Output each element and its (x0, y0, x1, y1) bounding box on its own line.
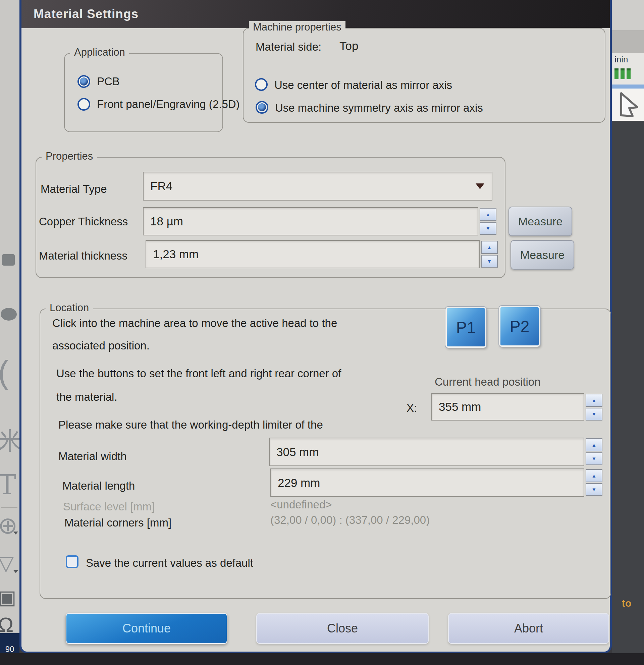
background-panel (612, 0, 644, 30)
application-legend: Application (70, 46, 129, 58)
p2-button-label: P2 (510, 317, 530, 336)
p1-button-label: P1 (456, 318, 476, 337)
green-bars-icon (614, 69, 632, 80)
camera-tool-icon[interactable]: ▣ (0, 588, 16, 607)
surface-level-value: <undefined> (270, 498, 332, 511)
machine-properties-group: Machine properties Material side: Top Us… (243, 28, 605, 123)
radio-front-panel-label[interactable]: Front panel/Engraving (2.5D) (97, 98, 240, 111)
p2-button[interactable]: P2 (499, 306, 540, 347)
location-instruction-2a: Use the buttons to set the front left an… (56, 367, 341, 380)
radio-front-panel[interactable] (77, 98, 90, 111)
machine-properties-legend: Machine properties (249, 21, 345, 33)
cursor-arrow-icon (617, 91, 641, 119)
background-text-fragment: inin (614, 54, 628, 65)
p1-button[interactable]: P1 (446, 307, 486, 348)
radio-pcb[interactable] (77, 75, 90, 88)
chevron-down-icon[interactable] (14, 532, 18, 535)
measure-button-label: Measure (520, 248, 565, 262)
spin-up-button[interactable] (481, 241, 498, 254)
copper-thickness-spinner (480, 208, 496, 235)
copper-thickness-input[interactable]: 18 µm (143, 207, 478, 235)
continue-button[interactable]: Continue (66, 613, 227, 644)
bottom-band (0, 653, 644, 665)
text-tool-icon[interactable]: T (0, 471, 16, 499)
spin-up-button[interactable] (480, 208, 496, 221)
blue-divider (612, 84, 644, 89)
material-width-spinner (586, 438, 602, 465)
material-thickness-input[interactable]: 1,23 mm (146, 240, 480, 268)
material-type-label: Material Type (41, 183, 107, 195)
x-position-value: 355 mm (439, 400, 481, 414)
material-type-value: FR4 (150, 179, 172, 193)
location-instruction-1b: associated position. (52, 339, 150, 352)
location-instruction-2b: the material. (56, 391, 117, 403)
copper-thickness-value: 18 µm (150, 215, 183, 228)
measure-button-label: Measure (518, 215, 563, 228)
spin-up-button[interactable] (586, 469, 602, 482)
save-default-label[interactable]: Save the current values as default (86, 557, 253, 569)
background-panel (612, 89, 644, 121)
application-group: Application PCB Front panel/Engraving (2… (64, 53, 223, 132)
spin-down-button[interactable] (480, 222, 496, 235)
material-length-value: 229 mm (278, 476, 320, 490)
close-button[interactable]: Close (256, 613, 429, 644)
background-window: inin to (612, 0, 644, 665)
material-corners-value: (32,00 / 0,00) : (337,00 / 229,00) (270, 514, 430, 527)
material-thickness-spinner (481, 241, 498, 268)
continue-button-label: Continue (122, 622, 171, 635)
x-label: X: (406, 402, 417, 415)
material-type-combo[interactable]: FR4 (143, 172, 492, 201)
location-instruction-1a: Click into the machine area to move the … (52, 317, 337, 330)
screen: ( 米 T ⊕ ▽ ▣ Ω 90 inin to (0, 0, 644, 665)
chevron-down-icon[interactable] (14, 570, 18, 573)
close-button-label: Close (327, 622, 358, 635)
radio-center-mirror-label[interactable]: Use center of material as mirror axis (274, 79, 452, 92)
rectangle-tool-icon[interactable] (2, 254, 15, 266)
spin-down-button[interactable] (586, 483, 602, 496)
chevron-down-icon[interactable] (476, 184, 484, 189)
spin-down-button[interactable] (481, 255, 498, 268)
material-corners-label: Material corners [mm] (64, 516, 171, 529)
material-length-input[interactable]: 229 mm (270, 469, 584, 497)
measure-thickness-button[interactable]: Measure (511, 240, 574, 270)
arc-tool-icon[interactable]: ( (0, 356, 9, 388)
save-default-checkbox[interactable] (66, 555, 78, 568)
material-thickness-label: Material thickness (39, 249, 128, 262)
ellipse-tool-icon[interactable] (1, 308, 17, 321)
x-position-spinner (586, 394, 602, 420)
bottom-left-fragment: 90 (5, 645, 15, 654)
radio-symmetry-mirror[interactable] (255, 101, 268, 114)
spin-up-button[interactable] (586, 438, 602, 451)
polygon-tool-icon[interactable]: ▽ (0, 553, 14, 573)
x-position-input[interactable]: 355 mm (431, 393, 584, 420)
radio-symmetry-mirror-label[interactable]: Use machine symmetry axis as mirror axis (275, 101, 483, 114)
radio-center-mirror[interactable] (255, 78, 268, 91)
properties-legend: Properties (42, 150, 97, 162)
material-width-label: Material width (58, 450, 127, 463)
background-toolbar: inin (612, 53, 644, 84)
material-width-value: 305 mm (277, 445, 319, 459)
abort-button[interactable]: Abort (448, 613, 609, 644)
material-length-label: Material length (62, 479, 135, 492)
bottom-right-fragment: to (622, 597, 631, 609)
magnet-tool-icon[interactable]: Ω (0, 614, 14, 635)
abort-button-label: Abort (514, 622, 543, 635)
location-legend: Location (45, 302, 93, 314)
material-length-spinner (586, 469, 602, 496)
spin-up-button[interactable] (586, 394, 602, 407)
material-thickness-value: 1,23 mm (153, 247, 198, 261)
surface-level-label: Surface level [mm] (63, 500, 155, 513)
material-side-label: Material side: (255, 41, 321, 53)
toolbar-divider (1, 507, 17, 508)
material-settings-dialog: Material Settings Application PCB Front … (19, 0, 612, 653)
spin-down-button[interactable] (586, 452, 602, 466)
current-head-position-label: Current head position (435, 376, 541, 388)
material-side-value: Top (339, 39, 358, 53)
background-panel (612, 30, 644, 53)
left-toolbar: ( 米 T ⊕ ▽ ▣ Ω 90 (0, 0, 19, 665)
measure-copper-button[interactable]: Measure (509, 207, 572, 236)
radio-pcb-label[interactable]: PCB (97, 75, 120, 88)
spin-down-button[interactable] (586, 408, 602, 421)
asterisk-tool-icon[interactable]: 米 (0, 429, 22, 453)
material-width-input[interactable]: 305 mm (269, 438, 584, 466)
